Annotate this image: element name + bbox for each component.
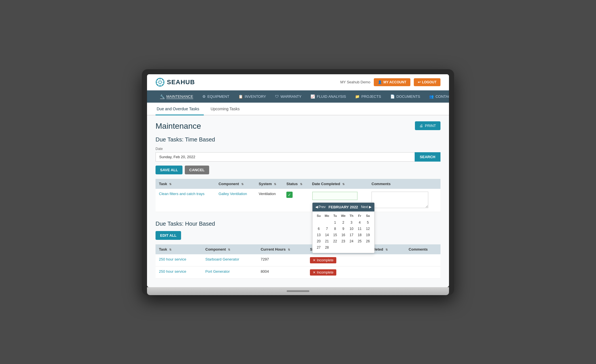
save-all-button[interactable]: SAVE ALL (156, 166, 182, 174)
component-cell-h1: Starboard Generator (202, 254, 257, 266)
cal-date-21[interactable]: 21 (323, 238, 331, 244)
component-cell-h2: Port Generator (202, 266, 257, 278)
comments-cell (368, 189, 440, 212)
svg-point-1 (159, 81, 161, 84)
sort-icon-task-h[interactable]: ⇅ (169, 248, 171, 251)
logout-button[interactable]: ↩ LOGOUT (414, 78, 440, 86)
time-based-section: Due Tasks: Time Based Date SEARCH SAVE A… (156, 136, 440, 212)
task-cell-h1: 250 hour service (156, 254, 202, 266)
hours-cell-h1: 7297 (257, 254, 307, 266)
status-badge-incomplete-2: ✕ Incomplete (310, 269, 336, 276)
time-based-title: Due Tasks: Time Based (156, 136, 440, 143)
status-cell-h2: ✕ Incomplete (307, 266, 352, 278)
task-link-h2[interactable]: 250 hour service (159, 269, 186, 274)
nav-item-warranty[interactable]: 🛡 WARRANTY (270, 90, 306, 103)
tab-due-overdue[interactable]: Due and Overdue Tasks (156, 103, 204, 115)
nav-item-contacts[interactable]: 👥 CONTACTS (425, 90, 449, 103)
cal-date-25[interactable]: 25 (356, 238, 364, 244)
cancel-button[interactable]: CANCEL (185, 166, 209, 174)
logo-text: SEAHUB (167, 79, 195, 86)
my-account-button[interactable]: 👤 MY ACCOUNT (374, 78, 410, 86)
date-input[interactable] (156, 152, 415, 162)
nav-item-maintenance[interactable]: 🔧 MAINTENANCE (156, 90, 198, 103)
status-badge-incomplete: ✕ Incomplete (310, 257, 336, 263)
calendar-next-button[interactable]: Next ▶ (361, 205, 372, 209)
th-system: System ⇅ (255, 179, 283, 189)
cal-date-23[interactable]: 23 (339, 238, 347, 244)
nav-item-documents[interactable]: 📄 DOCUMENTS (386, 90, 425, 103)
cal-date-7[interactable]: 7 (323, 226, 331, 232)
cal-date-22[interactable]: 22 (331, 238, 339, 244)
comments-textarea[interactable] (372, 192, 428, 208)
calendar-dates: 1 2 3 4 5 6 7 8 (315, 219, 372, 251)
cal-date-24[interactable]: 24 (347, 238, 356, 244)
svg-line-8 (162, 79, 163, 80)
documents-icon: 📄 (390, 94, 395, 99)
tabs-bar: Due and Overdue Tasks Upcoming Tasks (147, 103, 449, 115)
main-content: Due and Overdue Tasks Upcoming Tasks Mai… (147, 103, 449, 287)
cal-date-10[interactable]: 10 (347, 226, 356, 232)
sort-icon-task[interactable]: ⇅ (169, 183, 171, 186)
sort-icon-system[interactable]: ⇅ (274, 183, 276, 186)
cal-date-27[interactable]: 27 (315, 244, 323, 251)
task-link[interactable]: Clean filters and catch trays (159, 192, 204, 196)
date-completed-input[interactable] (312, 192, 358, 200)
x-icon: ✕ (313, 258, 316, 262)
component-link[interactable]: Galley Ventilation (219, 192, 247, 196)
cal-date-28[interactable]: 28 (323, 244, 331, 251)
component-link-h2[interactable]: Port Generator (205, 269, 230, 274)
nav-item-fluid-analysis[interactable]: 📈 FLUID ANALYSIS (306, 90, 351, 103)
x-icon-2: ✕ (313, 270, 316, 274)
edit-all-button[interactable]: EDIT ALL (156, 231, 181, 240)
print-button[interactable]: 🖨 PRINT (415, 121, 440, 130)
calendar-prev-button[interactable]: ◀ Prev (315, 205, 326, 209)
tab-upcoming[interactable]: Upcoming Tasks (209, 103, 244, 115)
task-link-h1[interactable]: 250 hour service (159, 257, 186, 261)
action-buttons: SAVE ALL CANCEL (156, 166, 440, 174)
page-title-row: Maintenance 🖨 PRINT (156, 115, 440, 136)
cal-date-15[interactable]: 15 (331, 232, 339, 238)
table-row: 250 hour service Starboard Generator 729… (156, 254, 440, 266)
task-cell: Clean filters and catch trays (156, 189, 215, 212)
nav-item-equipment[interactable]: ⚙ EQUIPMENT (198, 90, 234, 103)
cal-date-12[interactable]: 12 (364, 226, 372, 232)
cal-date-2[interactable]: 2 (339, 219, 347, 226)
th-component-h: Component ⇅ (202, 244, 257, 254)
nav-item-inventory[interactable]: 📋 INVENTORY (234, 90, 270, 103)
cal-date-26[interactable]: 26 (364, 238, 372, 244)
nav-item-projects[interactable]: 📁 PROJECTS (351, 90, 385, 103)
sort-icon-component-h[interactable]: ⇅ (228, 248, 230, 251)
cal-date-8[interactable]: 8 (331, 226, 339, 232)
cal-date-5[interactable]: 5 (364, 219, 372, 226)
sort-icon-date[interactable]: ⇅ (342, 183, 345, 186)
th-comments-h: Comments (405, 244, 440, 254)
cal-date-9[interactable]: 9 (339, 226, 347, 232)
comments-h1 (405, 254, 440, 266)
comments-h2 (405, 266, 440, 278)
cal-date-11[interactable]: 11 (356, 226, 364, 232)
cal-date-16[interactable]: 16 (339, 232, 347, 238)
demo-label: MY Seahub Demo (340, 80, 370, 84)
sort-icon-date-h[interactable]: ⇅ (385, 248, 388, 251)
sort-icon-status[interactable]: ⇅ (300, 183, 302, 186)
search-button[interactable]: SEARCH (415, 152, 440, 162)
cal-date-18[interactable]: 18 (356, 232, 364, 238)
th-current-hours: Current Hours ⇅ (257, 244, 307, 254)
header-right: MY Seahub Demo 👤 MY ACCOUNT ↩ LOGOUT (340, 78, 440, 86)
sort-icon-component[interactable]: ⇅ (241, 183, 244, 186)
cal-date-14[interactable]: 14 (323, 232, 331, 238)
cal-date-1[interactable]: 1 (331, 219, 339, 226)
calendar-month-year: FEBRUARY 2022 (329, 205, 358, 209)
sort-icon-hours[interactable]: ⇅ (288, 248, 290, 251)
cal-date-6[interactable]: 6 (315, 226, 323, 232)
cal-date-3[interactable]: 3 (347, 219, 356, 226)
table-row: Clean filters and catch trays Galley Ven… (156, 189, 440, 212)
cal-date-20[interactable]: 20 (315, 238, 323, 244)
cal-date-19[interactable]: 19 (364, 232, 372, 238)
cal-date-4[interactable]: 4 (356, 219, 364, 226)
th-date-completed: Date Completed ⇅ (309, 179, 368, 189)
laptop-notch (287, 290, 309, 292)
cal-date-13[interactable]: 13 (315, 232, 323, 238)
cal-date-17[interactable]: 17 (347, 232, 356, 238)
component-link-h1[interactable]: Starboard Generator (205, 257, 239, 261)
